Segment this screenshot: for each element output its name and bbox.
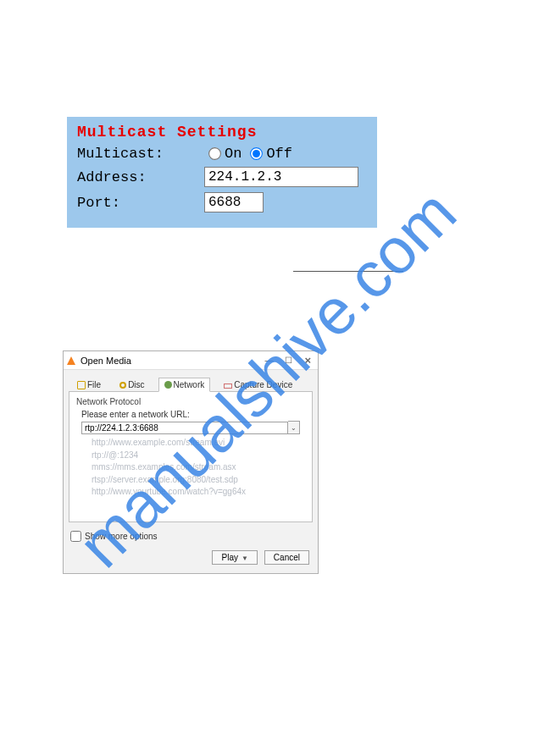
multicast-on-radio[interactable]: [208, 147, 221, 160]
tab-network[interactable]: Network: [158, 378, 211, 392]
multicast-settings-panel: Multicast Settings Multicast: On Off Add…: [67, 117, 377, 228]
url-example-3: mms://mms.examples.com/stream.asx: [92, 462, 305, 473]
multicast-off-radio[interactable]: [250, 147, 263, 160]
play-button-label: Play: [221, 553, 237, 562]
multicast-off-label: Off: [266, 146, 292, 162]
titlebar[interactable]: Open Media — ☐ ×: [64, 351, 318, 370]
port-label: Port:: [77, 195, 204, 211]
open-media-dialog: Open Media — ☐ × File Disc Network Captu…: [63, 350, 319, 574]
port-input[interactable]: [204, 192, 264, 212]
show-more-checkbox[interactable]: [70, 531, 81, 542]
network-url-input[interactable]: [81, 422, 288, 434]
group-label: Network Protocol: [76, 397, 305, 406]
url-example-4: rtsp://server.example.org:8080/test.sdp: [92, 475, 305, 486]
url-example-1: http://www.example.com/stream.avi: [92, 438, 305, 449]
play-button[interactable]: Play▼: [212, 550, 257, 565]
tab-capture-device[interactable]: Capture Device: [219, 378, 297, 391]
network-tab-body: Network Protocol Please enter a network …: [69, 391, 313, 522]
url-dropdown-icon[interactable]: ⌄: [288, 421, 300, 434]
tabs-bar: File Disc Network Capture Device: [64, 370, 318, 391]
url-prompt: Please enter a network URL:: [81, 410, 305, 419]
multicast-toggle-row: Multicast: On Off: [77, 146, 367, 162]
tab-file[interactable]: File: [72, 378, 106, 391]
address-row: Address:: [77, 167, 367, 187]
capture-icon: [224, 384, 232, 389]
file-icon: [77, 381, 86, 389]
disc-icon: [119, 382, 126, 389]
multicast-on-label: On: [225, 146, 242, 162]
minimize-icon[interactable]: —: [264, 356, 273, 365]
tab-capture-label: Capture Device: [234, 380, 292, 389]
address-label: Address:: [77, 169, 204, 185]
url-example-5: http://www.yourtube.com/watch?v=gg64x: [92, 487, 305, 498]
tab-disc-label: Disc: [128, 380, 144, 389]
show-more-row: Show more options: [64, 522, 318, 545]
close-icon[interactable]: ×: [304, 354, 311, 367]
tab-file-label: File: [87, 380, 101, 389]
url-example-2: rtp://@:1234: [92, 450, 305, 461]
tab-disc[interactable]: Disc: [114, 378, 149, 391]
maximize-icon[interactable]: ☐: [285, 356, 292, 365]
multicast-title: Multicast Settings: [77, 124, 367, 141]
address-input[interactable]: [204, 167, 358, 187]
divider: [293, 271, 403, 272]
tab-network-label: Network: [174, 380, 205, 389]
vlc-cone-icon: [67, 356, 75, 365]
chevron-down-icon: ▼: [242, 555, 248, 562]
window-title: Open Media: [81, 356, 253, 366]
multicast-label: Multicast:: [77, 146, 204, 162]
port-row: Port:: [77, 192, 367, 212]
dialog-footer: Play▼ Cancel: [64, 545, 318, 573]
network-icon: [164, 381, 172, 389]
cancel-button[interactable]: Cancel: [264, 550, 309, 565]
show-more-label: Show more options: [85, 532, 158, 541]
